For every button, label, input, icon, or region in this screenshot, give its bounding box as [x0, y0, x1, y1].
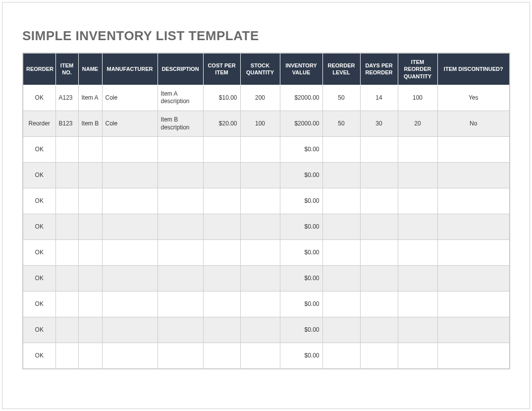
cell-cost-per-item: [203, 292, 240, 317]
cell-item-discontinued: [437, 266, 510, 292]
cell-reorder-level: [322, 317, 360, 343]
cell-reorder-level: [322, 214, 360, 240]
cell-description: [158, 214, 203, 240]
cell-days-per-reorder: [360, 266, 398, 292]
cell-name: [78, 214, 102, 240]
header-stock-quantity: STOCK QUANTITY: [240, 53, 280, 85]
cell-item-discontinued: [437, 137, 510, 163]
cell-manufacturer: [102, 214, 158, 240]
cell-stock-quantity: [240, 188, 280, 214]
cell-inventory-value: $0.00: [280, 163, 322, 188]
cell-reorder-level: [322, 240, 360, 266]
cell-item-reorder-quantity: 100: [398, 85, 437, 111]
cell-days-per-reorder: 30: [360, 111, 398, 137]
cell-name: [78, 240, 102, 266]
cell-manufacturer: [102, 292, 158, 317]
cell-inventory-value: $0.00: [280, 292, 322, 317]
cell-item-reorder-quantity: [398, 137, 437, 163]
cell-reorder: OK: [23, 240, 55, 266]
cell-item-reorder-quantity: 20: [398, 111, 437, 137]
cell-cost-per-item: [203, 163, 240, 188]
cell-name: [78, 188, 102, 214]
cell-stock-quantity: [240, 137, 280, 163]
cell-item-discontinued: [437, 292, 510, 317]
table-row: OK$0.00: [23, 137, 510, 163]
cell-reorder-level: [322, 266, 360, 292]
table-row: OKA123Item AColeItem A description$10.00…: [23, 85, 510, 111]
cell-item-no: [55, 240, 78, 266]
cell-inventory-value: $0.00: [280, 343, 322, 369]
cell-description: [158, 163, 203, 188]
cell-days-per-reorder: [360, 317, 398, 343]
cell-stock-quantity: 100: [240, 111, 280, 137]
cell-item-discontinued: Yes: [437, 85, 510, 111]
cell-description: [158, 137, 203, 163]
cell-reorder: Reorder: [23, 111, 55, 137]
cell-cost-per-item: [203, 240, 240, 266]
page-title: SIMPLE INVENTORY LIST TEMPLATE: [22, 28, 510, 44]
table-header-row: REORDER ITEM NO. NAME MANUFACTURER DESCR…: [23, 53, 510, 85]
cell-item-discontinued: [437, 163, 510, 188]
cell-manufacturer: [102, 317, 158, 343]
cell-item-discontinued: [437, 317, 510, 343]
cell-item-no: [55, 188, 78, 214]
cell-cost-per-item: [203, 137, 240, 163]
cell-item-no: [55, 266, 78, 292]
cell-days-per-reorder: [360, 240, 398, 266]
cell-manufacturer: [102, 163, 158, 188]
cell-manufacturer: [102, 266, 158, 292]
cell-inventory-value: $0.00: [280, 188, 322, 214]
cell-name: [78, 266, 102, 292]
table-row: ReorderB123Item BColeItem B description$…: [23, 111, 510, 137]
table-row: OK$0.00: [23, 292, 510, 317]
cell-item-discontinued: [437, 188, 510, 214]
cell-item-reorder-quantity: [398, 188, 437, 214]
cell-item-no: A123: [55, 85, 78, 111]
cell-description: [158, 292, 203, 317]
header-item-no: ITEM NO.: [55, 53, 78, 85]
header-days-per-reorder: DAYS PER REORDER: [360, 53, 398, 85]
cell-item-reorder-quantity: [398, 240, 437, 266]
cell-name: Item B: [78, 111, 102, 137]
table-row: OK$0.00: [23, 266, 510, 292]
cell-item-reorder-quantity: [398, 163, 437, 188]
cell-stock-quantity: [240, 292, 280, 317]
cell-reorder: OK: [23, 163, 55, 188]
cell-item-no: [55, 163, 78, 188]
cell-manufacturer: Cole: [102, 85, 158, 111]
cell-reorder: OK: [23, 188, 55, 214]
cell-item-no: [55, 317, 78, 343]
cell-item-no: [55, 292, 78, 317]
cell-stock-quantity: [240, 214, 280, 240]
cell-item-reorder-quantity: [398, 317, 437, 343]
cell-days-per-reorder: 14: [360, 85, 398, 111]
table-row: OK$0.00: [23, 214, 510, 240]
cell-description: [158, 343, 203, 369]
table-row: OK$0.00: [23, 188, 510, 214]
cell-reorder: OK: [23, 317, 55, 343]
cell-reorder: OK: [23, 137, 55, 163]
cell-description: Item B description: [158, 111, 203, 137]
inventory-table: REORDER ITEM NO. NAME MANUFACTURER DESCR…: [22, 53, 510, 369]
cell-reorder-level: [322, 343, 360, 369]
cell-name: Item A: [78, 85, 102, 111]
header-manufacturer: MANUFACTURER: [102, 53, 158, 85]
cell-inventory-value: $0.00: [280, 240, 322, 266]
cell-days-per-reorder: [360, 214, 398, 240]
cell-description: [158, 317, 203, 343]
cell-manufacturer: [102, 137, 158, 163]
header-name: NAME: [78, 53, 102, 85]
table-row: OK$0.00: [23, 163, 510, 188]
cell-reorder: OK: [23, 85, 55, 111]
cell-days-per-reorder: [360, 188, 398, 214]
table-body: OKA123Item AColeItem A description$10.00…: [23, 85, 510, 368]
cell-item-no: [55, 343, 78, 369]
cell-description: [158, 188, 203, 214]
cell-reorder-level: 50: [322, 111, 360, 137]
cell-inventory-value: $0.00: [280, 214, 322, 240]
cell-item-reorder-quantity: [398, 214, 437, 240]
cell-days-per-reorder: [360, 163, 398, 188]
cell-cost-per-item: $20.00: [203, 111, 240, 137]
cell-item-no: B123: [55, 111, 78, 137]
header-item-reorder-quantity: ITEM REORDER QUANTITY: [398, 53, 437, 85]
